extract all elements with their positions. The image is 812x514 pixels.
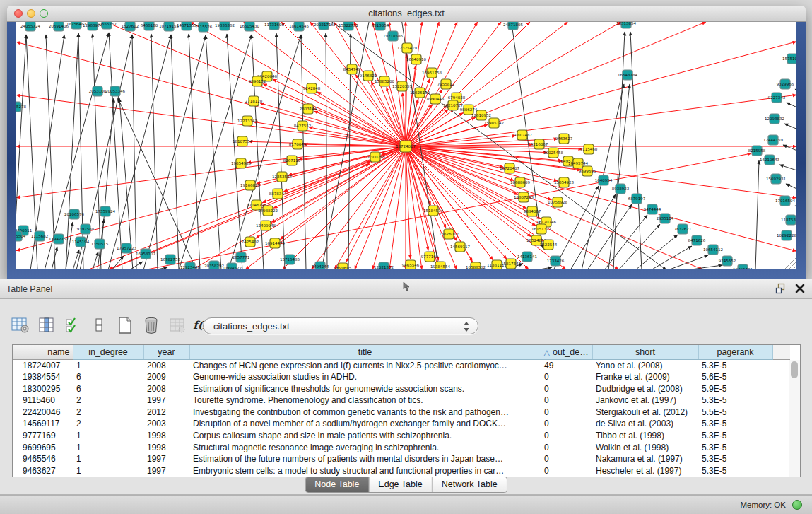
graph-node[interactable]: 16210643 [760,155,779,165]
graph-node[interactable]: 13626012 [439,229,459,239]
graph-node[interactable]: 10654112 [703,245,723,255]
graph-node[interactable]: 9699695 [334,263,352,269]
graph-node[interactable]: 8170049 [289,139,307,149]
graph-node[interactable]: 15692931 [766,174,786,184]
graph-node[interactable]: 8454749 [343,64,361,74]
graph-node[interactable]: 17359924 [95,206,115,216]
column-header-title[interactable]: title [189,345,541,359]
graph-node[interactable]: 20206576 [64,209,84,219]
graph-node[interactable]: 9397588 [77,224,95,234]
table-scrollbar-thumb[interactable] [791,361,798,378]
graph-node[interactable]: 15751074 [782,54,796,64]
delete-table-icon[interactable] [142,316,160,334]
table-row[interactable]: 946554611997Estimation of the future num… [13,453,790,465]
graph-node[interactable]: 10292228 [777,230,796,240]
graph-node[interactable]: 16961758 [422,68,442,78]
graph-node[interactable]: 16782753 [160,255,180,264]
column-narrow-icon[interactable] [90,316,108,334]
graph-node[interactable]: 1350515 [91,239,109,249]
graph-node[interactable]: 18807293 [514,192,534,202]
graph-node[interactable]: 9474444 [644,204,661,214]
graph-node[interactable]: 17957223 [117,243,136,253]
graph-node[interactable]: 9242848 [303,83,321,93]
column-header-out_de[interactable]: △out_de… [541,345,592,359]
graph-node[interactable]: 7632621 [674,224,692,234]
graph-node[interactable]: 1640954 [595,175,613,185]
table-select-dropdown[interactable]: citations_edges.txt [203,317,478,334]
graph-node[interactable]: 7515526 [195,22,213,32]
table-scrollbar[interactable] [789,360,800,477]
graph-node[interactable]: 16505430 [240,22,259,31]
graph-node[interactable]: 11731608 [264,22,284,30]
graph-node[interactable]: 19166825 [240,180,260,190]
graph-node[interactable]: 19384554 [430,262,450,269]
graph-node[interactable]: 20053346 [105,86,125,96]
graph-node[interactable]: 8938923 [612,184,630,194]
graph-node[interactable]: 12923448 [180,262,200,269]
graph-node[interactable]: 17135278 [16,102,26,112]
table-row[interactable]: 911546021997Tourette syndrome. Phenomeno… [13,395,790,407]
graph-node[interactable]: 18313854 [616,22,636,28]
graph-node[interactable]: 10025458 [543,148,563,158]
graph-node[interactable]: 10756928 [548,197,567,207]
tab-node-table[interactable]: Node Table [305,477,369,492]
graph-node[interactable]: 9329966 [777,79,794,89]
memory-ok-indicator[interactable] [792,500,802,510]
graph-node[interactable]: 8215958 [748,146,766,156]
row-select-icon[interactable] [64,316,82,334]
table-row[interactable]: 946362711997Embryonic stem cells: a mode… [13,465,790,477]
graph-node[interactable]: 12444159 [763,135,783,145]
graph-node[interactable]: 18614545 [289,22,309,31]
tab-network-table[interactable]: Network Table [433,477,507,492]
graph-node[interactable]: 14569117 [450,242,470,252]
graph-node[interactable]: 9227343 [768,93,786,103]
column-header-pagerank[interactable]: pagerank [698,345,772,359]
column-visibility-icon[interactable] [37,316,56,334]
table-row[interactable]: 1456911722003Disruption of a novel membe… [13,418,790,430]
table-row[interactable]: 977716911998Corpus callosum shape and si… [13,430,790,442]
graph-node[interactable]: 11875337 [781,215,796,225]
graph-node[interactable]: 19218586 [383,31,403,41]
graph-node[interactable]: 9115460 [580,144,598,154]
graph-node[interactable]: 2803144 [300,104,317,114]
graph-node[interactable]: 24055724 [20,22,40,31]
column-header-short[interactable]: short [592,345,698,359]
table-row[interactable]: 1830029562008Estimation of significance … [13,383,790,395]
graph-node[interactable]: 1115682 [31,231,49,241]
graph-node[interactable]: 8878344 [269,189,287,199]
column-header-in_degree[interactable]: in_degree [73,345,143,359]
graph-node[interactable]: 19336362 [215,22,235,30]
graph-node[interactable]: 14671355 [177,22,196,30]
graph-node[interactable]: 6216067 [531,139,548,149]
close-panel-icon[interactable] [795,284,805,296]
graph-node[interactable]: 2718120 [245,96,263,106]
column-header-year[interactable]: year [143,345,189,359]
tab-edge-table[interactable]: Edge Table [369,477,432,492]
float-panel-icon[interactable] [775,283,787,297]
graph-node[interactable]: 10655257 [97,22,117,29]
graph-node[interactable]: 9245652 [719,256,736,266]
graph-node[interactable]: 8990448 [427,94,445,104]
graph-node[interactable]: 10994522 [222,263,242,269]
graph-node[interactable]: 16914479 [265,238,285,248]
network-canvas[interactable]: 2405572420691406187564831296397410655257… [16,22,796,269]
graph-node[interactable]: 8267110 [283,156,301,165]
graph-node[interactable]: 2053100 [89,86,107,96]
graph-node[interactable]: 15985142 [484,118,504,128]
graph-node[interactable]: 12093832 [765,114,784,124]
graph-node[interactable]: 15716485 [280,255,300,264]
column-header-name[interactable]: name [13,345,73,359]
table-settings-icon[interactable] [11,316,30,334]
graph-node[interactable]: 2935114 [657,214,674,223]
graph-node[interactable]: 7494244 [312,262,329,269]
graph-node[interactable]: 12325419 [397,43,417,53]
graph-node[interactable]: 18107554 [233,136,252,146]
table-row[interactable]: 969969511998Structural magnetic resonanc… [13,442,790,454]
graph-node[interactable]: 15654923 [554,177,574,187]
graph-node[interactable]: 9463627 [555,134,573,144]
graph-node[interactable]: 24871805 [503,22,523,30]
graph-node[interactable]: 8427552 [294,121,312,131]
graph-node[interactable]: 16648784 [618,70,637,80]
graph-node[interactable]: 1733426 [547,256,565,266]
graph-node[interactable]: 10588302 [466,262,486,269]
